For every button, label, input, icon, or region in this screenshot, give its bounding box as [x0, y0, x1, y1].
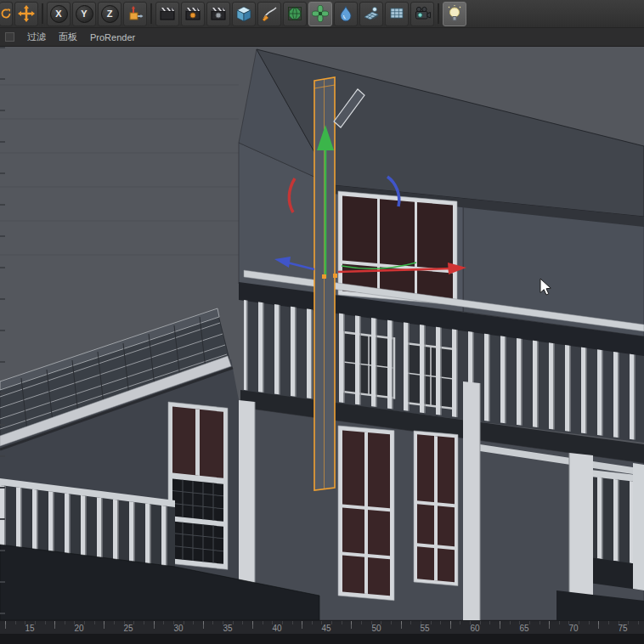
- menu-grid-icon[interactable]: [5, 32, 14, 42]
- menu-item-prorender[interactable]: ProRender: [90, 32, 135, 42]
- deformer-drop-icon: [337, 5, 354, 22]
- cursor-arrow-icon: [539, 278, 553, 297]
- render-settings-button[interactable]: [206, 2, 230, 26]
- ruler-label: 45: [321, 624, 330, 633]
- porch-post-right: [569, 453, 593, 597]
- ruler-label: 75: [618, 624, 627, 633]
- viewport-3d[interactable]: [0, 47, 644, 620]
- toolbar-separator: [438, 3, 439, 24]
- ruler-label: 30: [173, 624, 183, 633]
- menu-item-filter[interactable]: 过滤: [27, 31, 46, 43]
- corner-post-mid: [463, 381, 480, 620]
- floor-button[interactable]: [359, 2, 383, 26]
- subdivision-sphere-icon: [286, 5, 303, 22]
- axis-x-lock-button[interactable]: X: [47, 2, 71, 26]
- axis-x-label: X: [55, 8, 61, 19]
- ruler-label: 65: [519, 624, 528, 633]
- move-tool-button[interactable]: [14, 2, 38, 26]
- ruler-label: 15: [25, 624, 34, 633]
- toolbar: X Y Z: [0, 0, 644, 28]
- app-window: X Y Z: [0, 0, 644, 644]
- light-bulb-icon: [446, 5, 463, 22]
- ruler-label: 55: [420, 624, 429, 633]
- ruler-label: 35: [223, 624, 232, 633]
- camera-icon: [414, 5, 431, 22]
- lower-window-1: [338, 426, 394, 601]
- deformer-button[interactable]: [334, 2, 358, 26]
- render-picture-viewer-button[interactable]: [181, 2, 205, 26]
- scene-3d-house: [0, 47, 644, 620]
- mograph-icon: [312, 5, 329, 22]
- floor-grid-icon: [363, 5, 380, 22]
- subdivision-surface-button[interactable]: [283, 2, 307, 26]
- left-shutter-window: [168, 402, 228, 569]
- axis-z-label: Z: [107, 8, 113, 19]
- ruler-label: 40: [272, 624, 281, 633]
- rotate-icon: [0, 5, 12, 22]
- axis-y-label: Y: [81, 8, 87, 19]
- gizmo-origin-dot[interactable]: [322, 274, 326, 279]
- spline-pen-icon: [261, 5, 278, 22]
- ruler-label: 60: [470, 624, 479, 633]
- axis-z-lock-button[interactable]: Z: [98, 2, 121, 26]
- spline-pen-button[interactable]: [257, 2, 281, 26]
- coordinate-system-button[interactable]: [123, 2, 147, 26]
- mouse-cursor: [539, 278, 553, 297]
- gizmo-origin-dot[interactable]: [333, 274, 337, 278]
- toolbar-separator: [150, 3, 152, 24]
- ruler-label: 50: [371, 624, 381, 633]
- menu-item-panel[interactable]: 面板: [59, 31, 77, 43]
- camera-button[interactable]: [410, 2, 434, 26]
- light-button[interactable]: [443, 2, 466, 26]
- stage-grid-icon: [388, 5, 405, 22]
- mograph-button[interactable]: [308, 2, 332, 26]
- axis-y-lock-button[interactable]: Y: [72, 2, 96, 26]
- vertical-ruler-ticks: [0, 47, 5, 620]
- cube-icon: [235, 5, 252, 22]
- rotate-tool-button[interactable]: [0, 2, 13, 26]
- lower-window-2: [414, 431, 458, 586]
- ruler-label: 20: [74, 624, 83, 633]
- move-icon: [18, 5, 35, 22]
- bottom-strip: [0, 634, 644, 644]
- add-cube-button[interactable]: [232, 2, 256, 26]
- render-view-button[interactable]: [155, 2, 179, 26]
- ruler-label: 70: [568, 624, 578, 633]
- toolbar-separator: [42, 3, 43, 24]
- ruler-label: 25: [123, 624, 133, 633]
- render-picture-viewer-icon: [184, 5, 201, 22]
- stage-button[interactable]: [385, 2, 409, 26]
- porch-post-far-right: [633, 463, 644, 590]
- render-settings-icon: [210, 5, 227, 22]
- viewport-menu-bar: 过滤 面板 ProRender: [0, 28, 644, 47]
- render-view-icon: [159, 5, 176, 22]
- timeline-ruler[interactable]: 15 20 25 30 35 40 45 50 55 60 65 70 75: [0, 620, 644, 634]
- coordinate-system-icon: [127, 5, 144, 22]
